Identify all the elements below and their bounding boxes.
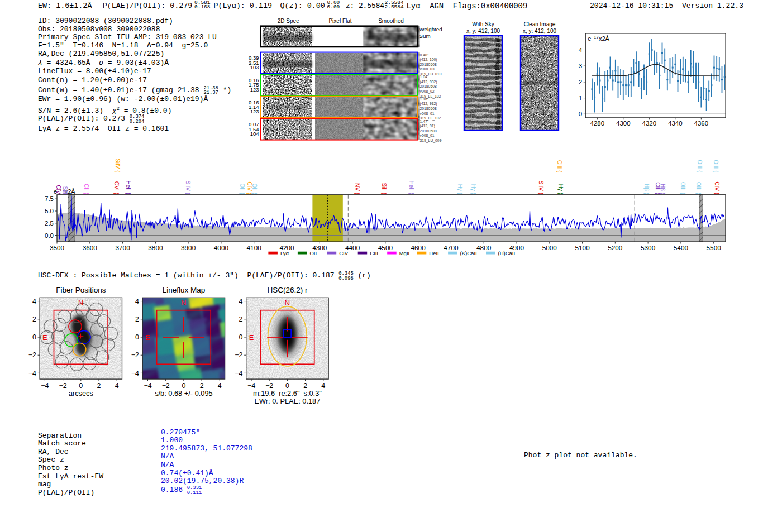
svg-text:N: N — [285, 299, 290, 307]
svg-text:SiIV {: SiIV { — [185, 181, 191, 195]
svg-text:2.5: 2.5 — [45, 220, 54, 227]
svg-text:(412, 100): (412, 100) — [420, 57, 437, 62]
svg-text:4: 4 — [579, 47, 583, 54]
svg-text:OVI {: OVI { — [113, 181, 120, 195]
svg-text:SiII: SiII — [62, 186, 68, 194]
svg-text:3700: 3700 — [115, 244, 130, 252]
svg-text:OII: OII — [309, 250, 317, 256]
svg-text:2: 2 — [239, 315, 242, 323]
svg-text:2D Spec: 2D Spec — [278, 18, 299, 24]
svg-text:SiIV {: SiIV { — [538, 181, 544, 195]
svg-text:4320: 4320 — [642, 120, 657, 127]
svg-text:0.0: 0.0 — [45, 232, 54, 239]
svg-text:4280: 4280 — [590, 120, 605, 127]
svg-text:−4: −4 — [131, 370, 139, 377]
svg-text:v008_02: v008_02 — [420, 89, 435, 94]
svg-text:Hγ {: Hγ { — [557, 184, 564, 195]
svg-text:4100: 4100 — [247, 244, 262, 252]
svg-text:(412, 932): (412, 932) — [420, 102, 437, 106]
svg-text:4: 4 — [239, 298, 242, 305]
svg-text:4000: 4000 — [214, 244, 229, 252]
svg-text:OIII {: OIII { — [680, 182, 686, 195]
svg-text:103: 103 — [250, 64, 259, 70]
svg-text:SiII {: SiII { — [381, 183, 387, 194]
svg-text:3: 3 — [579, 63, 582, 69]
svg-text:Lyα: Lyα — [280, 250, 289, 256]
svg-text:Pixel Flat: Pixel Flat — [328, 18, 351, 24]
svg-text:−4: −4 — [28, 370, 36, 377]
svg-text:N: N — [78, 299, 83, 307]
svg-text:123: 123 — [250, 87, 259, 93]
svg-text:20180508: 20180508 — [420, 84, 437, 88]
svg-text:v008_01: v008_01 — [420, 133, 435, 138]
svg-text:s/b: 0.68 +/- 0.095: s/b: 0.68 +/- 0.095 — [155, 389, 213, 397]
svg-text:−2: −2 — [235, 351, 242, 359]
svg-text:−4: −4 — [247, 382, 255, 390]
svg-text:SiIV {: SiIV { — [115, 159, 121, 172]
svg-text:0: 0 — [182, 382, 185, 390]
svg-text:x, y: 412, 100: x, y: 412, 100 — [523, 28, 556, 34]
svg-text:−2: −2 — [28, 351, 36, 359]
svg-text:E: E — [42, 333, 47, 342]
svg-text:CIII: CIII — [370, 250, 378, 256]
svg-text:0: 0 — [79, 382, 83, 390]
svg-text:Clean Image: Clean Image — [524, 21, 556, 27]
svg-text:319_LU_009: 319_LU_009 — [420, 138, 442, 143]
svg-text:OII {: OII { — [239, 184, 245, 195]
svg-text:2: 2 — [579, 79, 582, 85]
svg-text:With Sky: With Sky — [472, 21, 494, 27]
svg-text:CII {: CII { — [83, 184, 89, 195]
svg-text:MgII: MgII — [399, 250, 409, 256]
svg-text:−2: −2 — [131, 351, 139, 359]
svg-text:4: 4 — [321, 382, 325, 390]
svg-text:v008_03: v008_03 — [420, 67, 435, 71]
svg-text:3600: 3600 — [83, 244, 98, 252]
svg-text:e−17x2Å: e−17x2Å — [588, 35, 609, 42]
svg-text:4700: 4700 — [444, 244, 459, 252]
svg-text:5000: 5000 — [542, 244, 557, 252]
svg-text:(412, 91): (412, 91) — [420, 124, 435, 128]
svg-text:3500: 3500 — [50, 244, 65, 252]
svg-text:−4: −4 — [144, 382, 151, 390]
svg-text:5300: 5300 — [641, 244, 656, 252]
svg-text:5200: 5200 — [608, 244, 623, 252]
svg-text:v008_01: v008_01 — [420, 112, 435, 116]
svg-text:CIV: CIV — [339, 250, 349, 256]
svg-text:E: E — [145, 333, 150, 342]
svg-text:0: 0 — [579, 111, 582, 117]
svg-text:1: 1 — [579, 95, 582, 102]
svg-text:OII {: OII { — [251, 184, 258, 195]
svg-text:0: 0 — [32, 333, 36, 341]
svg-text:2: 2 — [135, 315, 139, 323]
svg-text:HeII {: HeII { — [408, 181, 414, 195]
svg-text:CIV: CIV — [55, 185, 61, 194]
svg-text:0: 0 — [285, 382, 289, 390]
svg-text:−2: −2 — [59, 382, 67, 390]
svg-text:Smoothed: Smoothed — [378, 18, 404, 24]
svg-text:CIV {: CIV { — [714, 181, 720, 194]
svg-text:OIII {: OIII { — [697, 160, 703, 172]
svg-text:0.48": 0.48" — [420, 53, 429, 57]
svg-text:OIII {: OIII { — [713, 160, 719, 172]
svg-text:4: 4 — [218, 382, 222, 390]
svg-text:3900: 3900 — [181, 244, 196, 252]
svg-text:EWr: 0. PLAE: 0.187: EWr: 0. PLAE: 0.187 — [254, 397, 320, 405]
svg-text:4600: 4600 — [411, 244, 426, 252]
svg-text:5.0: 5.0 — [45, 208, 54, 214]
svg-text:Lineflux Map: Lineflux Map — [163, 286, 206, 294]
svg-text:CIII {: CIII { — [655, 182, 661, 194]
svg-text:104: 104 — [250, 131, 259, 137]
svg-text:CIV {: CIV { — [246, 181, 252, 194]
svg-text:5400: 5400 — [674, 244, 689, 252]
svg-text:E: E — [249, 333, 254, 342]
svg-text:2: 2 — [97, 382, 101, 390]
svg-text:Hγ {: Hγ { — [457, 184, 463, 195]
svg-text:4340: 4340 — [668, 120, 683, 127]
svg-text:−2: −2 — [162, 382, 170, 390]
svg-text:1.04": 1.04" — [420, 75, 429, 79]
svg-text:HeII: HeII — [429, 250, 438, 256]
svg-text:HSC(26.2) r: HSC(26.2) r — [267, 286, 308, 294]
svg-text:−4: −4 — [235, 370, 242, 377]
svg-text:4: 4 — [32, 298, 36, 305]
svg-text:m:19.6 re:2.6" s:0.3": m:19.6 re:2.6" s:0.3" — [253, 389, 322, 397]
